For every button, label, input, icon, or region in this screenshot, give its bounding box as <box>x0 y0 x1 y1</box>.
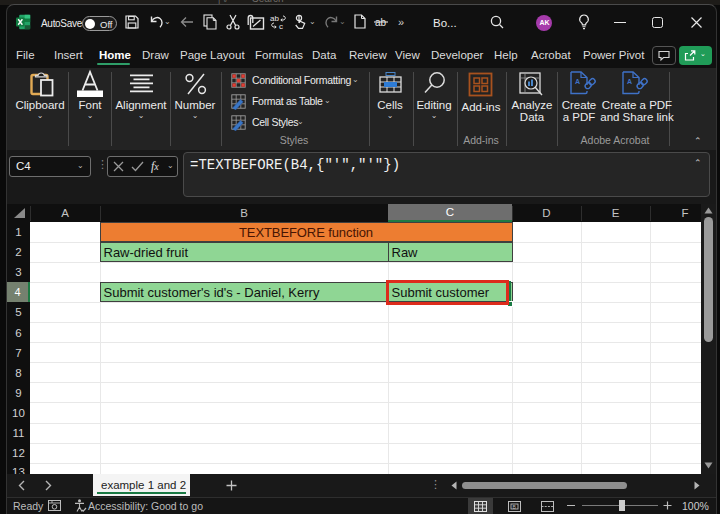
svg-text:A: A <box>575 78 580 85</box>
svg-text:A: A <box>627 78 632 85</box>
svg-text:c: c <box>279 22 283 31</box>
